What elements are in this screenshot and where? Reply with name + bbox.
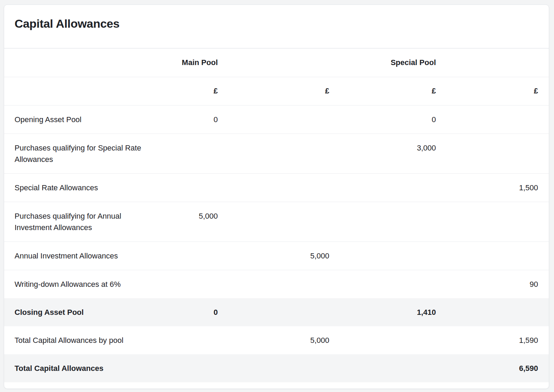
cell-main-pool-allowance <box>229 174 340 202</box>
pool-header-row: Main Pool Special Pool <box>4 48 549 77</box>
pool-header-spacer <box>229 48 340 77</box>
row-label: Closing Asset Pool <box>4 298 159 326</box>
currency-header-spacer <box>4 77 159 106</box>
table-row-annual-investment-allowances: Annual Investment Allowances 5,000 <box>4 242 549 270</box>
table-row-purchases-annual-investment: Purchases qualifying for Annual Investme… <box>4 202 549 242</box>
cell-main-pool-allowance <box>229 106 340 134</box>
cell-main-pool-value: 0 <box>159 106 229 134</box>
cell-special-pool-value <box>340 354 447 382</box>
cell-main-pool-allowance <box>229 354 340 382</box>
pool-header-spacer <box>4 48 159 77</box>
capital-allowances-table: Main Pool Special Pool £ £ £ £ Opening A… <box>4 48 549 389</box>
cell-main-pool-value <box>159 354 229 382</box>
row-label: Writing-down Allowances at 6% <box>4 270 159 299</box>
cell-main-pool-value <box>159 326 229 354</box>
cell-special-pool-value <box>340 326 447 354</box>
cell-main-pool-value <box>159 270 229 299</box>
currency-symbol-main-pool-value: £ <box>159 77 229 106</box>
table-row-total-by-pool: Total Capital Allowances by pool 5,000 1… <box>4 326 549 354</box>
row-label: Total Capital Allowances by pool <box>4 326 159 354</box>
currency-symbol-special-pool-allowance: £ <box>447 77 549 106</box>
cell-special-pool-value: 0 <box>340 106 447 134</box>
cell-main-pool-value <box>159 134 229 174</box>
cell-main-pool-value: 0 <box>159 298 229 326</box>
table-row-special-rate-allowances: Special Rate Allowances 1,500 <box>4 174 549 202</box>
row-label: Opening Asset Pool <box>4 106 159 134</box>
row-label: Total Capital Allowances <box>4 354 159 382</box>
capital-allowances-card: Capital Allowances Main Pool Special Poo… <box>4 4 549 389</box>
footer-spacer <box>4 382 549 389</box>
cell-main-pool-allowance: 5,000 <box>229 242 340 270</box>
cell-main-pool-value <box>159 174 229 202</box>
currency-symbol-main-pool-allowance: £ <box>229 77 340 106</box>
cell-special-pool-allowance <box>447 134 549 174</box>
table-row-closing-asset-pool: Closing Asset Pool 0 1,410 <box>4 298 549 326</box>
table-row-purchases-special-rate: Purchases qualifying for Special Rate Al… <box>4 134 549 174</box>
cell-main-pool-allowance: 5,000 <box>229 326 340 354</box>
cell-special-pool-allowance <box>447 202 549 242</box>
column-header-main-pool: Main Pool <box>159 48 229 77</box>
table-row-writing-down-allowances: Writing-down Allowances at 6% 90 <box>4 270 549 299</box>
row-label: Annual Investment Allowances <box>4 242 159 270</box>
cell-special-pool-allowance <box>447 298 549 326</box>
page-title: Capital Allowances <box>15 17 538 30</box>
cell-special-pool-allowance: 1,500 <box>447 174 549 202</box>
cell-special-pool-value <box>340 270 447 299</box>
page-background: { "title": "Capital Allowances", "table"… <box>0 0 554 392</box>
cell-special-pool-allowance: 90 <box>447 270 549 299</box>
cell-special-pool-value <box>340 202 447 242</box>
currency-header-row: £ £ £ £ <box>4 77 549 106</box>
cell-special-pool-value <box>340 242 447 270</box>
table-row-opening-asset-pool: Opening Asset Pool 0 0 <box>4 106 549 134</box>
row-label: Purchases qualifying for Annual Investme… <box>4 202 159 242</box>
cell-special-pool-allowance: 6,590 <box>447 354 549 382</box>
cell-main-pool-allowance <box>229 202 340 242</box>
cell-main-pool-allowance <box>229 134 340 174</box>
card-header: Capital Allowances <box>4 5 549 48</box>
table-footer-spacer-row <box>4 382 549 389</box>
cell-special-pool-value <box>340 174 447 202</box>
cell-special-pool-value: 3,000 <box>340 134 447 174</box>
pool-header-spacer <box>447 48 549 77</box>
cell-special-pool-allowance: 1,590 <box>447 326 549 354</box>
cell-special-pool-allowance <box>447 242 549 270</box>
row-label: Special Rate Allowances <box>4 174 159 202</box>
cell-main-pool-value: 5,000 <box>159 202 229 242</box>
cell-special-pool-allowance <box>447 106 549 134</box>
cell-special-pool-value: 1,410 <box>340 298 447 326</box>
table-row-total-capital-allowances: Total Capital Allowances 6,590 <box>4 354 549 382</box>
cell-main-pool-allowance <box>229 270 340 299</box>
row-label: Purchases qualifying for Special Rate Al… <box>4 134 159 174</box>
currency-symbol-special-pool-value: £ <box>340 77 447 106</box>
cell-main-pool-value <box>159 242 229 270</box>
column-header-special-pool: Special Pool <box>340 48 447 77</box>
cell-main-pool-allowance <box>229 298 340 326</box>
